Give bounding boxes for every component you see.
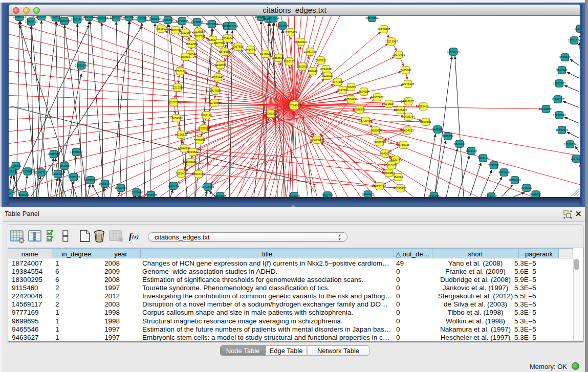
svg-text:9457791: 9457791 [168,184,179,187]
svg-text:2933114: 2933114 [477,157,488,160]
svg-text:1588520: 1588520 [273,56,284,59]
svg-text:9906936: 9906936 [36,16,47,18]
svg-text:8938913: 8938913 [442,135,453,138]
svg-text:12444157: 12444157 [552,98,564,101]
svg-text:11325419: 11325419 [285,31,297,34]
svg-text:10853267: 10853267 [96,17,108,20]
svg-text:1291403: 1291403 [9,192,15,195]
svg-text:19218506: 19218506 [276,24,289,27]
svg-text:6497508: 6497508 [337,89,349,92]
svg-text:9245012: 9245012 [530,193,541,196]
svg-text:7485063: 7485063 [400,69,411,72]
svg-text:9115460: 9115460 [418,105,428,108]
svg-text:10025433: 10025433 [395,108,407,112]
svg-text:12342737: 12342737 [35,171,48,174]
svg-text:8427552: 8427552 [210,89,221,92]
svg-text:10654112: 10654112 [509,179,521,182]
svg-text:20364436: 20364436 [345,98,358,101]
svg-text:7357224: 7357224 [227,25,238,28]
svg-text:7625402: 7625402 [176,172,187,175]
svg-text:20691406: 20691406 [58,19,71,23]
svg-text:1527602: 1527602 [123,16,135,18]
svg-text:9245012: 9245012 [521,186,532,189]
svg-text:9777109: 9777109 [332,80,343,83]
svg-text:16914479: 16914479 [192,172,205,176]
svg-text:5827509: 5827509 [194,35,205,38]
svg-text:9914262: 9914262 [83,16,95,18]
svg-text:7386372: 7386372 [354,108,365,111]
svg-text:9227342: 9227342 [556,69,568,72]
svg-text:6794028: 6794028 [320,68,332,71]
svg-text:23053346: 23053346 [75,64,88,67]
svg-text:10245012: 10245012 [485,195,498,197]
svg-text:10719155: 10719155 [176,19,189,23]
svg-text:1527602: 1527602 [136,17,147,20]
svg-text:746266: 746266 [346,85,356,89]
svg-text:15751074: 15751074 [568,39,580,42]
svg-text:984067: 984067 [380,152,390,155]
svg-text:3215953: 3215953 [540,107,552,111]
svg-text:1615132: 1615132 [386,164,397,167]
svg-text:16543362: 16543362 [186,42,199,46]
svg-text:16782759: 16782759 [115,186,127,189]
svg-text:12156829: 12156829 [21,170,34,173]
svg-text:13495794: 13495794 [402,115,415,118]
svg-text:9327509: 9327509 [214,41,225,45]
svg-text:10046798: 10046798 [178,147,191,150]
svg-text:10653287: 10653287 [110,16,123,19]
svg-text:19384554: 19384554 [311,138,323,141]
svg-text:8133043: 8133043 [289,194,300,197]
svg-text:1621022: 1621022 [322,74,333,77]
svg-text:14055713: 14055713 [13,16,26,18]
svg-text:9474444: 9474444 [466,149,477,152]
svg-text:1362615: 1362615 [297,65,308,68]
svg-text:10973493: 10973493 [393,53,405,56]
svg-text:13654923: 13654923 [401,129,414,132]
svg-text:14055713: 14055713 [25,20,38,23]
svg-text:12213967: 12213967 [385,40,398,43]
svg-text:12353594: 12353594 [198,127,210,130]
svg-text:10607487: 10607487 [371,96,384,99]
svg-text:12923448: 12923448 [130,191,143,194]
svg-text:1733426: 1733426 [395,187,406,190]
svg-text:990443: 990443 [308,70,318,73]
svg-text:15716485: 15716485 [202,185,214,188]
svg-text:10944512: 10944512 [362,193,375,196]
svg-text:10688609: 10688609 [369,129,382,132]
svg-text:6466160: 6466160 [149,17,161,20]
svg-text:8031443: 8031443 [212,76,224,79]
svg-text:6879197: 6879197 [454,142,465,145]
svg-text:1610755: 1610755 [168,101,179,104]
svg-text:19166825: 19166825 [175,133,188,136]
svg-text:6899695: 6899695 [420,120,431,123]
svg-text:16210643: 16210643 [553,114,566,117]
svg-text:1151724: 1151724 [575,27,580,30]
svg-text:7632621: 7632621 [488,164,499,167]
svg-text:16120746: 16120746 [389,158,402,161]
svg-text:9529966: 9529966 [559,56,571,59]
svg-text:73975887: 73975887 [58,164,71,167]
svg-text:9462734: 9462734 [322,194,333,197]
svg-text:3220137: 3220137 [284,60,295,63]
svg-text:1170063: 1170063 [209,101,220,104]
svg-text:18807249: 18807249 [374,141,386,144]
svg-text:18524851: 18524851 [383,171,396,174]
svg-text:16514085: 16514085 [214,194,227,197]
svg-text:18640910: 18640910 [295,40,308,43]
svg-text:12033872: 12033872 [553,82,566,85]
svg-text:8960124: 8960124 [170,29,181,32]
svg-text:(x): (x) [132,233,139,240]
svg-text:9031162: 9031162 [18,193,29,196]
svg-text:20876862: 20876862 [366,16,379,19]
svg-text:16648794: 16648794 [447,50,460,53]
svg-text:2718170: 2718170 [175,70,186,73]
svg-text:3919171: 3919171 [9,170,17,173]
svg-text:5493822: 5493822 [187,150,199,154]
svg-text:14099489: 14099489 [184,161,197,164]
svg-text:20691406: 20691406 [71,18,84,21]
svg-text:3824554: 3824554 [358,90,369,93]
svg-text:8796351: 8796351 [428,194,440,197]
svg-text:9242845: 9242845 [215,63,226,67]
svg-text:16961758: 16961758 [304,50,317,53]
svg-text:10719155: 10719155 [191,20,204,24]
